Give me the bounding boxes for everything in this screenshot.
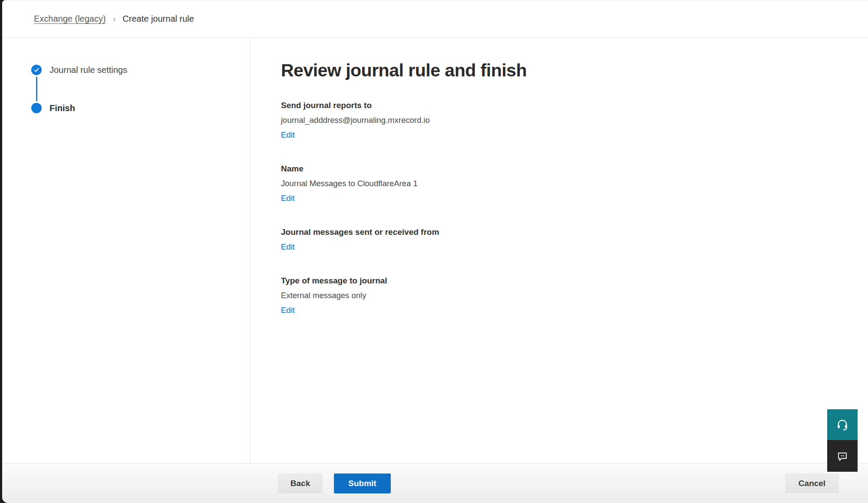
edit-name-link[interactable]: Edit bbox=[281, 191, 295, 206]
review-section-send-journal-reports-to: Send journal reports to journal_adddress… bbox=[281, 98, 851, 142]
page-title: Review journal rule and finish bbox=[281, 59, 851, 82]
breadcrumb: Exchange (legacy) › Create journal rule bbox=[34, 14, 194, 24]
wizard-step-finish: Finish bbox=[31, 103, 250, 113]
wizard-step-journal-rule-settings[interactable]: Journal rule settings bbox=[31, 65, 250, 75]
section-label: Type of message to journal bbox=[281, 273, 851, 288]
feedback-button[interactable] bbox=[827, 440, 858, 472]
section-label: Journal messages sent or received from bbox=[281, 225, 851, 240]
review-section-name: Name Journal Messages to CloudflareArea … bbox=[281, 161, 851, 206]
app-window: Exchange (legacy) › Create journal rule … bbox=[2, 0, 868, 503]
step-completed-check-icon bbox=[31, 65, 42, 75]
wizard-step-label: Journal rule settings bbox=[50, 65, 127, 75]
cancel-button[interactable]: Cancel bbox=[785, 473, 839, 493]
top-bar: Exchange (legacy) › Create journal rule bbox=[2, 0, 868, 38]
wizard-steps-panel: Journal rule settings Finish bbox=[2, 38, 250, 463]
edit-message-type-link[interactable]: Edit bbox=[281, 303, 295, 318]
review-section-message-type: Type of message to journal External mess… bbox=[281, 273, 851, 318]
section-label: Send journal reports to bbox=[281, 98, 851, 113]
breadcrumb-exchange-legacy-link[interactable]: Exchange (legacy) bbox=[34, 14, 106, 24]
headset-icon bbox=[836, 418, 849, 431]
content-row: Journal rule settings Finish Review jour… bbox=[2, 38, 868, 463]
back-button[interactable]: Back bbox=[278, 473, 323, 493]
help-button[interactable] bbox=[827, 409, 858, 440]
section-label: Name bbox=[281, 161, 851, 176]
edit-journal-messages-link[interactable]: Edit bbox=[281, 240, 295, 254]
review-pane: Review journal rule and finish Send jour… bbox=[250, 38, 868, 463]
review-section-journal-messages-from: Journal messages sent or received from E… bbox=[281, 225, 851, 254]
section-value: Journal Messages to CloudflareArea 1 bbox=[281, 176, 851, 191]
breadcrumb-current-page: Create journal rule bbox=[122, 14, 194, 24]
step-current-dot-icon bbox=[31, 103, 42, 113]
step-connector-line bbox=[36, 77, 37, 101]
section-value: External messages only bbox=[281, 288, 851, 303]
chevron-right-icon: › bbox=[113, 14, 115, 24]
submit-button[interactable]: Submit bbox=[334, 473, 391, 493]
wizard-step-label: Finish bbox=[50, 103, 75, 113]
wizard-progress: Journal rule settings Finish bbox=[31, 65, 250, 113]
chat-icon bbox=[836, 450, 849, 463]
floating-help-stack bbox=[827, 409, 858, 472]
action-bar: Back Submit Cancel bbox=[2, 463, 868, 503]
edit-send-journal-reports-link[interactable]: Edit bbox=[281, 128, 295, 142]
section-value: journal_adddress@journaling.mxrecord.io bbox=[281, 113, 851, 128]
